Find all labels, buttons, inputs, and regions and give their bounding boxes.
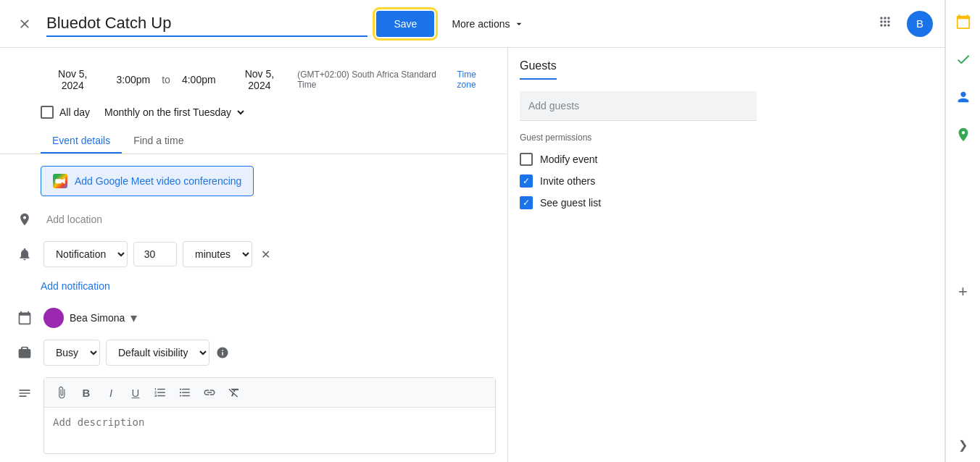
- tab-event-details[interactable]: Event details: [41, 127, 122, 154]
- italic-button[interactable]: I: [99, 381, 122, 404]
- bell-icon: [12, 241, 38, 267]
- guests-input[interactable]: [520, 91, 757, 121]
- sidebar-person-icon[interactable]: [950, 84, 976, 110]
- header: Save More actions B: [0, 9, 944, 48]
- owner-avatar: [43, 308, 64, 328]
- bold-button[interactable]: B: [75, 381, 98, 404]
- owner-row: Bea Simona ▾: [0, 301, 507, 335]
- attachment-button[interactable]: [50, 381, 73, 404]
- editor-toolbar: B I U: [44, 378, 495, 408]
- sidebar-add-button[interactable]: +: [950, 279, 976, 305]
- modify-event-label: Modify event: [540, 154, 597, 165]
- remove-format-button[interactable]: [223, 381, 246, 404]
- busy-status-select[interactable]: Busy: [43, 340, 100, 366]
- permission-see-guest-list: See guest list: [520, 192, 757, 214]
- owner-dropdown-button[interactable]: ▾: [130, 310, 137, 326]
- notification-unit-select[interactable]: minutes: [183, 241, 252, 267]
- status-row: Busy Default visibility: [0, 335, 507, 370]
- briefcase-icon: [12, 340, 38, 366]
- meet-button[interactable]: Add Google Meet video conferencing: [41, 166, 254, 196]
- sidebar-calendar-icon[interactable]: [950, 9, 976, 35]
- end-date-button[interactable]: Nov 5, 2024: [228, 65, 292, 94]
- location-row: [0, 202, 507, 237]
- owner-name: Bea Simona: [70, 312, 125, 324]
- sidebar-check-icon[interactable]: [950, 46, 976, 72]
- notification-type-select[interactable]: Notification: [43, 241, 128, 267]
- user-avatar[interactable]: B: [907, 11, 933, 37]
- calendar-icon-row: [12, 305, 38, 331]
- description-icon: [12, 380, 38, 406]
- apps-icon[interactable]: [872, 9, 898, 38]
- main-panel: Save More actions B Nov 5, 2024 3:00pm t…: [0, 0, 945, 462]
- expand-button[interactable]: ❯: [955, 436, 972, 453]
- timezone-text: (GMT+02:00) South Africa Standard Time: [297, 70, 451, 90]
- meet-btn-row: Add Google Meet video conferencing: [0, 163, 507, 202]
- visibility-select[interactable]: Default visibility: [106, 340, 209, 366]
- ordered-list-button[interactable]: [149, 381, 172, 404]
- tab-find-time[interactable]: Find a time: [122, 127, 195, 154]
- start-time-button[interactable]: 3:00pm: [111, 71, 157, 88]
- permission-invite-others: Invite others: [520, 170, 757, 192]
- permissions-title: Guest permissions: [520, 133, 757, 143]
- invite-others-checkbox[interactable]: [520, 175, 533, 188]
- remove-notification-button[interactable]: ✕: [258, 245, 273, 264]
- see-guest-list-checkbox[interactable]: [520, 196, 533, 209]
- info-button[interactable]: [215, 345, 230, 360]
- description-row: B I U: [0, 370, 507, 458]
- tabs-row: Event details Find a time: [0, 127, 507, 154]
- more-actions-button[interactable]: More actions: [443, 11, 533, 37]
- add-notification-button[interactable]: Add notification: [41, 276, 110, 296]
- guest-permissions-section: Guest permissions Modify event Invite ot…: [520, 133, 757, 214]
- notification-row: Notification minutes ✕: [0, 237, 507, 272]
- link-button[interactable]: [198, 381, 221, 404]
- right-column: Guests Guest permissions Modify event In…: [507, 48, 768, 462]
- sidebar-maps-icon[interactable]: [950, 122, 976, 148]
- left-column: Nov 5, 2024 3:00pm to 4:00pm Nov 5, 2024…: [0, 48, 507, 462]
- guests-title: Guests: [520, 59, 557, 80]
- event-title-input[interactable]: [46, 11, 368, 37]
- allday-checkbox[interactable]: [41, 106, 54, 119]
- see-guest-list-label: See guest list: [540, 197, 601, 209]
- allday-row: All day Monthly on the first Tuesday: [0, 100, 507, 127]
- notification-minutes-input[interactable]: [133, 242, 177, 266]
- save-button[interactable]: Save: [376, 11, 434, 37]
- unordered-list-button[interactable]: [173, 381, 196, 404]
- description-input[interactable]: [44, 408, 495, 451]
- location-icon: [12, 206, 38, 232]
- underline-button[interactable]: U: [124, 381, 147, 404]
- recurrence-select[interactable]: Monthly on the first Tuesday: [96, 103, 246, 122]
- to-label: to: [162, 74, 170, 85]
- add-notification-row: Add notification: [0, 272, 507, 301]
- description-area: B I U: [43, 377, 496, 454]
- content-area: Nov 5, 2024 3:00pm to 4:00pm Nov 5, 2024…: [0, 48, 944, 462]
- end-time-button[interactable]: 4:00pm: [176, 71, 222, 88]
- timezone-link[interactable]: Time zone: [457, 70, 496, 90]
- invite-others-label: Invite others: [540, 175, 595, 187]
- datetime-row: Nov 5, 2024 3:00pm to 4:00pm Nov 5, 2024…: [0, 59, 507, 100]
- modify-event-checkbox[interactable]: [520, 153, 533, 166]
- permission-modify-event: Modify event: [520, 148, 757, 170]
- meet-icon: [53, 174, 67, 188]
- svg-marker-1: [62, 178, 65, 184]
- right-sidebar: + ❯: [945, 0, 980, 462]
- allday-label: All day: [59, 106, 90, 118]
- svg-rect-0: [55, 179, 62, 183]
- close-button[interactable]: [12, 11, 38, 37]
- start-date-button[interactable]: Nov 5, 2024: [41, 65, 105, 94]
- location-input[interactable]: [43, 208, 496, 232]
